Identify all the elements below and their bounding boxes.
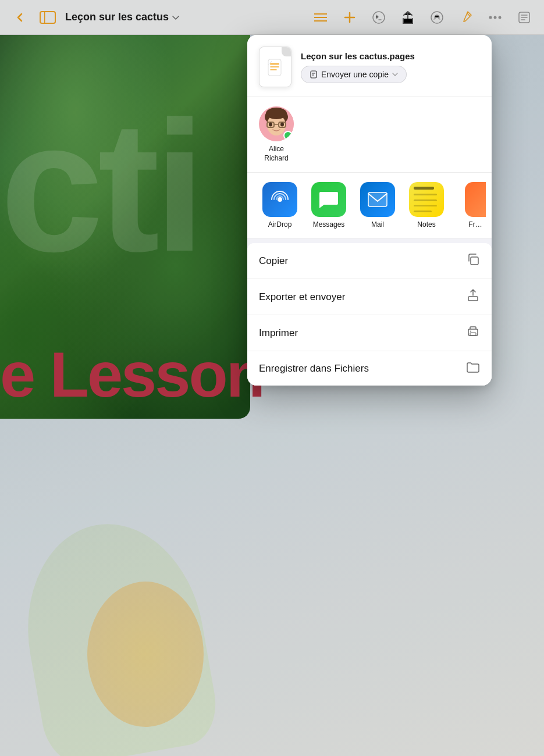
- app-notes[interactable]: Notes: [406, 182, 447, 229]
- send-copy-label: Envoyer une copie: [321, 70, 389, 79]
- enregistrer-label: Enregistrer dans Fichiers: [259, 363, 369, 375]
- contact-alice-richard[interactable]: Alice Richard: [259, 106, 294, 163]
- action-exporter[interactable]: Exporter et envoyer: [247, 279, 492, 315]
- mail-label: Mail: [371, 220, 384, 229]
- contact-avatar: [259, 106, 294, 141]
- contact-name: Alice Richard: [264, 145, 288, 163]
- messages-icon: [311, 182, 346, 217]
- app-airdrop[interactable]: AirDrop: [259, 182, 301, 229]
- imprimer-label: Imprimer: [259, 327, 298, 339]
- pages-icon: [267, 58, 283, 81]
- share-sheet: Leçon sur les cactus.pages Envoyer une c…: [247, 35, 492, 386]
- send-copy-button[interactable]: Envoyer une copie: [301, 66, 407, 83]
- airdrop-label: AirDrop: [268, 220, 292, 229]
- app-mail[interactable]: Mail: [357, 182, 399, 229]
- file-name: Leçon sur les cactus.pages: [301, 51, 480, 61]
- svg-rect-36: [468, 297, 478, 301]
- airdrop-icon: [262, 182, 297, 217]
- notes-label: Notes: [417, 220, 435, 229]
- svg-rect-35: [471, 257, 478, 265]
- share-contacts: Alice Richard: [247, 97, 492, 173]
- app-partial[interactable]: Fr…: [454, 182, 492, 229]
- app-messages[interactable]: Messages: [308, 182, 350, 229]
- chevron-down-icon: [392, 73, 398, 76]
- messages-label: Messages: [313, 220, 345, 229]
- partial-app-icon: [465, 182, 486, 217]
- online-status-badge: [283, 131, 293, 140]
- svg-point-27: [266, 108, 287, 119]
- action-imprimer[interactable]: Imprimer: [247, 315, 492, 351]
- folder-icon: [466, 361, 480, 376]
- notes-icon: [409, 182, 444, 217]
- svg-point-33: [278, 197, 282, 202]
- share-file-header: Leçon sur les cactus.pages Envoyer une c…: [247, 35, 492, 97]
- exporter-label: Exporter et envoyer: [259, 291, 345, 303]
- action-copier[interactable]: Copier: [247, 243, 492, 279]
- svg-rect-21: [311, 71, 317, 78]
- svg-point-32: [280, 123, 284, 127]
- svg-point-31: [269, 123, 272, 127]
- file-icon: [259, 47, 291, 87]
- partial-app-label: Fr…: [468, 220, 482, 229]
- share-apps-row: AirDrop Messages Mail: [247, 173, 492, 238]
- copier-label: Copier: [259, 255, 288, 267]
- file-info: Leçon sur les cactus.pages Envoyer une c…: [301, 51, 480, 83]
- share-actions: Copier Exporter et envoyer Imprimer: [247, 243, 492, 386]
- copy-icon: [466, 252, 480, 269]
- mail-icon: [360, 182, 395, 217]
- svg-rect-17: [268, 59, 281, 76]
- svg-rect-34: [368, 192, 387, 206]
- svg-point-39: [470, 331, 471, 332]
- print-icon: [466, 324, 480, 341]
- export-icon: [466, 288, 480, 305]
- action-enregistrer[interactable]: Enregistrer dans Fichiers: [247, 351, 492, 386]
- doc-small-icon: [310, 70, 318, 79]
